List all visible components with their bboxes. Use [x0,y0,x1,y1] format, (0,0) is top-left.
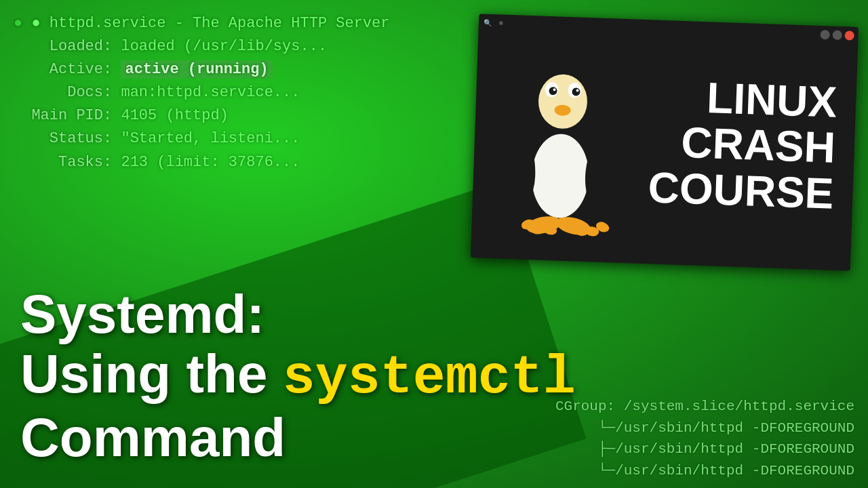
window-icons-left: 🔍 ≡ [483,18,506,28]
terminal-line-docs: Docs: man:httpd.service... [14,81,475,104]
title-line-3: Command [20,408,576,468]
lcc-text-block: LINUX CRASH COURSE [648,74,838,217]
title-systemctl: systemctl [283,347,576,409]
menu-icon[interactable]: ≡ [496,18,506,28]
terminal-line-loaded: Loaded: loaded (/usr/lib/sys... [14,35,475,58]
lcc-line3: COURSE [648,165,835,217]
search-icon[interactable]: 🔍 [483,18,492,28]
terminal-line-active: Active: active (running) [14,58,475,81]
title-line2-prefix: Using the [20,344,283,404]
tux-penguin [490,35,633,243]
logo-panel: 🔍 ≡ [471,14,859,270]
service-name-text: ● httpd.service - The Apache HTTP Server [31,15,389,32]
maximize-button[interactable] [832,30,842,40]
terminal-display: ● ● httpd.service - The Apache HTTP Serv… [0,0,488,186]
title-block: Systemd: Using the systemctl Command [20,285,576,468]
active-badge: active (running) [121,60,272,79]
close-button[interactable] [844,30,854,40]
minimize-button[interactable] [820,30,829,39]
terminal-line-tasks: Tasks: 213 (limit: 37876... [14,151,475,174]
lcc-line1: LINUX [650,74,837,126]
title-line-1: Systemd: [20,285,576,344]
window-controls [820,30,854,41]
dot-icon: ● [14,15,31,32]
terminal-line-header: ● ● httpd.service - The Apache HTTP Serv… [14,12,475,35]
terminal-line-pid: Main PID: 4105 (httpd) [14,104,475,127]
title-line-2: Using the systemctl [20,344,576,408]
terminal-line-status: Status: "Started, listeni... [14,127,475,150]
